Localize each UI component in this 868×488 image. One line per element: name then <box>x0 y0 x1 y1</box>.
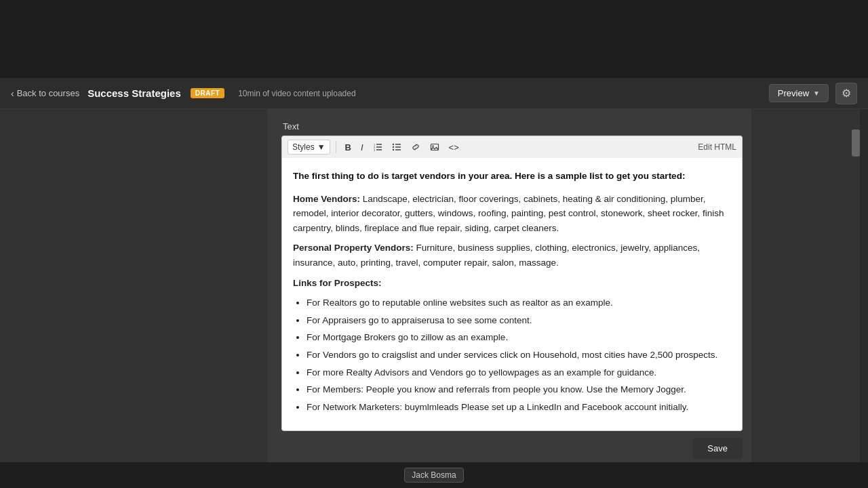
top-bar <box>0 0 868 78</box>
svg-point-13 <box>432 145 433 146</box>
bold-button[interactable]: B <box>342 140 355 155</box>
section-label: Text <box>281 121 743 131</box>
italic-button[interactable]: I <box>357 140 367 155</box>
link-button[interactable] <box>408 140 424 154</box>
user-name-badge: Jack Bosma <box>404 468 463 483</box>
draft-badge: DRAFT <box>191 88 224 98</box>
course-title: Success Strategies <box>87 87 181 99</box>
preview-button[interactable]: Preview ▼ <box>769 84 829 102</box>
editor-toolbar: Styles ▼ B I 1 2 3 <box>281 136 743 158</box>
back-arrow-icon: ‹ <box>11 88 14 99</box>
right-sidebar <box>751 109 860 462</box>
image-button[interactable] <box>427 140 443 154</box>
personal-vendors-paragraph: Personal Property Vendors: Furniture, bu… <box>293 241 731 270</box>
code-button[interactable]: <> <box>446 140 462 155</box>
back-to-courses-label: Back to courses <box>17 88 80 98</box>
scrollbar[interactable] <box>852 109 860 462</box>
scrollbar-thumb[interactable] <box>852 129 860 157</box>
gear-icon: ⚙ <box>842 87 851 100</box>
list-item: For Mortgage Brokers go to zillow as an … <box>307 330 731 345</box>
home-vendors-paragraph: Home Vendors: Landscape, electrician, fl… <box>293 192 731 236</box>
intro-paragraph: The first thing to do is target vendors … <box>293 169 731 184</box>
nav-left: ‹ Back to courses Success Strategies DRA… <box>11 87 769 99</box>
bottom-bar: Jack Bosma <box>0 462 868 488</box>
chevron-down-icon: ▼ <box>813 89 820 97</box>
list-item: For Realtors go to reputable online webs… <box>307 296 731 310</box>
editor-panel: Text Styles ▼ B I 1 2 3 <box>281 115 743 462</box>
intro-text-strong: The first thing to do is target vendors … <box>293 171 685 181</box>
list-item: For Appraisers go to appraiserusa to see… <box>307 313 731 328</box>
svg-point-9 <box>392 144 393 145</box>
unordered-list-button[interactable] <box>389 140 405 154</box>
ordered-list-button[interactable]: 1 2 3 <box>370 140 386 154</box>
svg-point-11 <box>392 149 393 150</box>
upload-info: 10min of video content uploaded <box>238 89 355 98</box>
settings-button[interactable]: ⚙ <box>835 83 857 104</box>
nav-bar: ‹ Back to courses Success Strategies DRA… <box>0 78 868 109</box>
list-item: For more Realty Advisors and Vendors go … <box>307 365 731 380</box>
left-sidebar <box>0 109 268 462</box>
save-button[interactable]: Save <box>692 438 743 459</box>
preview-label: Preview <box>778 88 809 98</box>
list-item: For Vendors go to craigslist and under s… <box>307 348 731 363</box>
center-panel: Text Styles ▼ B I 1 2 3 <box>268 109 751 462</box>
edit-html-button[interactable]: Edit HTML <box>698 142 736 152</box>
save-area: Save <box>281 431 743 462</box>
editor-content[interactable]: The first thing to do is target vendors … <box>281 158 743 431</box>
styles-chevron-icon: ▼ <box>317 142 326 152</box>
links-list: For Realtors go to reputable online webs… <box>293 296 731 414</box>
links-label: Links for Prospects: <box>293 278 382 288</box>
list-item: For Network Marketers: buymlmleads Pleas… <box>307 400 731 415</box>
list-item: For Members: People you know and referra… <box>307 382 731 397</box>
svg-point-10 <box>392 146 393 148</box>
code-icon: <> <box>449 142 459 152</box>
styles-label: Styles <box>292 142 315 152</box>
back-to-courses-link[interactable]: ‹ Back to courses <box>11 88 79 99</box>
toolbar-divider-1 <box>336 141 336 153</box>
svg-text:3: 3 <box>374 148 376 152</box>
home-vendors-label: Home Vendors: <box>293 194 360 204</box>
personal-vendors-label: Personal Property Vendors: <box>293 243 414 253</box>
styles-dropdown[interactable]: Styles ▼ <box>288 140 330 155</box>
links-heading-paragraph: Links for Prospects: <box>293 276 731 291</box>
nav-right: Preview ▼ ⚙ <box>769 83 857 104</box>
